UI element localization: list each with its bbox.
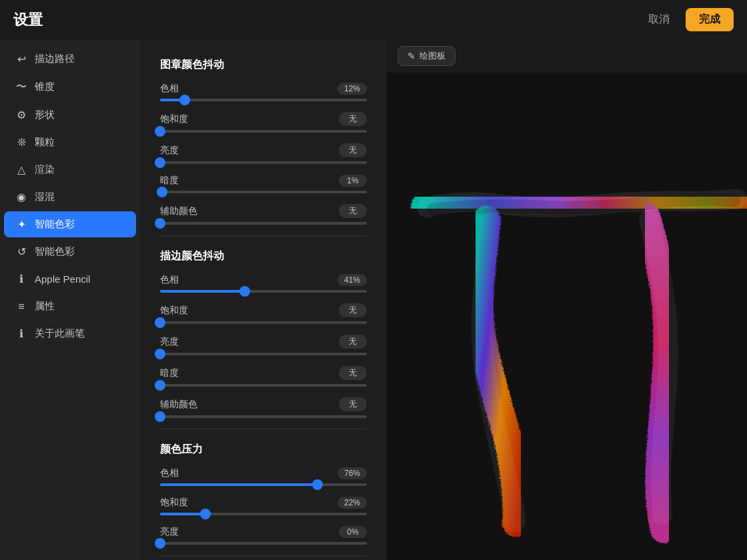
slider-value-sc-dark: 1% [339,175,367,187]
done-button[interactable]: 完成 [686,8,734,31]
drawing-board-label: 绘图板 [420,50,446,62]
slider-track-stc-sat[interactable] [160,321,367,324]
section-title-stamp_color_jitter: 图章颜色抖动 [160,58,367,72]
slider-row-cp-sat: 饱和度 22% [160,497,367,515]
slider-fill-stc-hue [160,290,245,293]
page-title: 设置 [13,10,43,30]
sidebar-label-render: 渲染 [35,163,55,176]
sidebar-label-smart-color-2: 智能色彩 [35,245,75,258]
slider-value-sc-hue: 12% [337,83,367,95]
slider-track-stc-bright[interactable] [160,353,367,355]
slider-thumb-stc-bright[interactable] [155,349,165,359]
header-actions: 取消 完成 [640,8,734,31]
slider-track-cp-bright[interactable] [160,542,367,545]
slider-value-stc-bright: 无 [339,335,367,349]
sidebar-item-grain[interactable]: ❊ 颗粒 [4,129,136,155]
slider-label-row-cp-bright: 亮度 0% [160,526,367,538]
slider-row-sc-hue: 色相 12% [160,83,367,101]
slider-thumb-stc-sat[interactable] [155,317,165,328]
slider-thumb-stc-aux[interactable] [155,411,165,422]
sidebar-icon-stroke-path: ↩ [15,53,28,65]
slider-value-stc-hue: 41% [337,274,367,286]
slider-thumb-sc-sat[interactable] [155,126,165,137]
slider-value-stc-aux: 无 [339,397,367,411]
slider-thumb-stc-dark[interactable] [155,380,165,391]
sidebar-icon-properties: ≡ [15,301,28,313]
slider-track-sc-hue[interactable] [160,99,367,101]
header: 设置 取消 完成 [0,0,747,39]
slider-row-sc-dark: 暗度 1% [160,175,367,193]
slider-value-cp-bright: 0% [339,526,367,538]
slider-label-sc-aux: 辅助颜色 [160,205,197,217]
sidebar-icon-apple-pencil: ℹ [15,273,28,285]
slider-label-stc-hue: 色相 [160,274,179,286]
slider-row-sc-bright: 亮度 无 [160,143,367,164]
slider-thumb-cp-bright[interactable] [155,538,165,549]
slider-thumb-sc-bright[interactable] [155,157,165,168]
sidebar-label-wet-mix: 湿混 [35,191,55,203]
slider-track-sc-bright[interactable] [160,161,367,164]
sidebar-icon-grain: ❊ [15,136,28,149]
slider-value-cp-hue: 76% [337,467,367,479]
sidebar-item-stroke-path[interactable]: ↩ 描边路径 [4,46,136,72]
slider-track-stc-aux[interactable] [160,415,367,418]
slider-row-stc-aux: 辅助颜色 无 [160,397,367,418]
sidebar-item-properties[interactable]: ≡ 属性 [4,293,136,319]
slider-row-stc-bright: 亮度 无 [160,335,367,355]
drawing-board-icon: ✎ [408,51,416,61]
preview-canvas[interactable] [387,73,747,560]
sidebar-label-apple-pencil: Apple Pencil [35,273,90,285]
slider-track-cp-hue[interactable] [160,483,367,486]
slider-thumb-cp-sat[interactable] [200,509,211,519]
slider-thumb-sc-dark[interactable] [157,187,167,197]
section-title-stroke_color_jitter: 描边颜色抖动 [160,249,367,263]
settings-content: 图章颜色抖动 色相 12% 饱和度 无 亮度 无 暗度 1% 辅助颜色 无 描边… [140,39,387,560]
cancel-button[interactable]: 取消 [640,9,678,31]
slider-fill-cp-hue [160,483,317,486]
sidebar-label-taper: 锥度 [35,81,55,93]
sidebar-label-smart-color: 智能色彩 [35,218,75,231]
slider-fill-cp-sat [160,513,205,515]
slider-label-row-stc-hue: 色相 41% [160,274,367,286]
slider-row-sc-aux: 辅助颜色 无 [160,204,367,225]
slider-track-sc-dark[interactable] [160,191,367,193]
slider-label-stc-aux: 辅助颜色 [160,399,197,411]
sidebar-item-taper[interactable]: 〜 锥度 [4,73,136,101]
slider-row-cp-bright: 亮度 0% [160,526,367,545]
slider-track-sc-aux[interactable] [160,222,367,225]
slider-thumb-stc-hue[interactable] [239,286,250,297]
sidebar: ↩ 描边路径 〜 锥度 ⚙ 形状 ❊ 颗粒 △ 渲染 ◉ 湿混 ✦ 智能色彩 ↺… [0,39,140,560]
slider-track-stc-hue[interactable] [160,290,367,293]
slider-track-stc-dark[interactable] [160,384,367,387]
slider-label-row-cp-sat: 饱和度 22% [160,497,367,509]
sidebar-label-about: 关于此画笔 [35,327,85,340]
slider-label-sc-hue: 色相 [160,83,179,95]
slider-value-sc-bright: 无 [339,143,367,157]
sidebar-item-render[interactable]: △ 渲染 [4,157,136,183]
slider-thumb-cp-hue[interactable] [312,479,323,490]
sidebar-item-about[interactable]: ℹ 关于此画笔 [4,321,136,347]
slider-label-stc-sat: 饱和度 [160,305,188,317]
sidebar-item-smart-color-2[interactable]: ↺ 智能色彩 [4,239,136,265]
slider-label-row-sc-dark: 暗度 1% [160,175,367,187]
sidebar-item-smart-color[interactable]: ✦ 智能色彩 [4,211,136,237]
slider-track-sc-sat[interactable] [160,130,367,133]
drawing-board-button[interactable]: ✎ 绘图板 [398,46,456,66]
slider-label-stc-dark: 暗度 [160,367,179,379]
slider-label-row-cp-hue: 色相 76% [160,467,367,479]
slider-label-cp-bright: 亮度 [160,526,179,538]
slider-label-cp-hue: 色相 [160,467,179,479]
slider-thumb-sc-aux[interactable] [155,218,165,229]
slider-label-cp-sat: 饱和度 [160,497,188,509]
sidebar-item-apple-pencil[interactable]: ℹ Apple Pencil [4,266,136,292]
section-title-color_pressure: 颜色压力 [160,443,367,457]
slider-label-row-stc-sat: 饱和度 无 [160,303,367,317]
sidebar-item-shape[interactable]: ⚙ 形状 [4,102,136,128]
slider-thumb-sc-hue[interactable] [179,95,190,105]
slider-value-sc-sat: 无 [339,112,367,126]
sidebar-icon-smart-color: ✦ [15,218,28,231]
slider-value-stc-sat: 无 [339,303,367,317]
sidebar-icon-about: ℹ [15,327,28,340]
slider-track-cp-sat[interactable] [160,513,367,515]
sidebar-item-wet-mix[interactable]: ◉ 湿混 [4,184,136,210]
